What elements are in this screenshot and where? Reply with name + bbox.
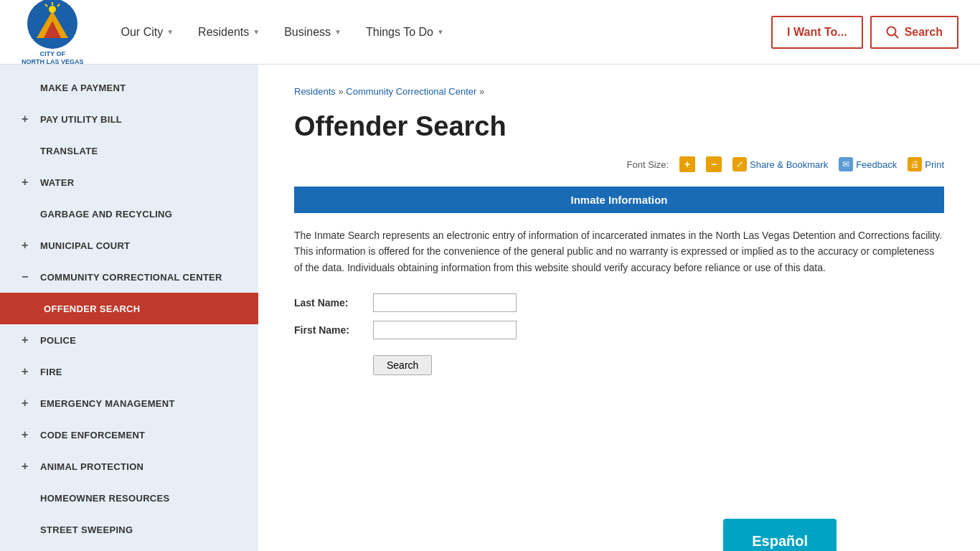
sidebar-prefix: + xyxy=(22,397,32,410)
last-name-input[interactable] xyxy=(373,293,517,312)
print-link[interactable]: 🖨 Print xyxy=(908,157,944,171)
breadcrumb-residents[interactable]: Residents xyxy=(294,86,336,97)
sidebar-item-community-correctional[interactable]: − COMMUNITY CORRECTIONAL CENTER xyxy=(0,261,258,293)
sidebar-prefix xyxy=(22,523,32,536)
chevron-down-icon: ▼ xyxy=(437,28,444,36)
header-actions: I Want To... Search xyxy=(771,16,958,49)
search-submit-button[interactable]: Search xyxy=(373,355,432,375)
sidebar-prefix: − xyxy=(22,270,32,283)
sidebar-item-make-payment[interactable]: MAKE A PAYMENT xyxy=(0,72,258,103)
sidebar-prefix xyxy=(22,302,35,315)
sidebar-prefix xyxy=(22,491,32,504)
sidebar-item-homeowner-resources[interactable]: HOMEOWNER RESOURCES xyxy=(0,482,258,514)
search-icon xyxy=(886,26,899,39)
logo-text: CITY OF NORTH LAS VEGAS xyxy=(22,50,84,66)
page-title: Offender Search xyxy=(294,111,944,142)
logo-link[interactable]: CITY OF NORTH LAS VEGAS xyxy=(22,0,84,65)
nav-business[interactable]: Business ▼ xyxy=(275,20,350,44)
sidebar-prefix: + xyxy=(22,176,32,189)
breadcrumb-community-correctional[interactable]: Community Correctional Center xyxy=(346,86,476,97)
sidebar-prefix: + xyxy=(22,334,32,347)
sidebar-item-police[interactable]: + POLICE xyxy=(0,324,258,356)
last-name-label: Last Name: xyxy=(294,297,373,309)
chevron-down-icon: ▼ xyxy=(166,28,174,36)
sidebar-item-code-enforcement[interactable]: + CODE ENFORCEMENT xyxy=(0,419,258,451)
sidebar-prefix xyxy=(22,81,32,94)
inmate-description: The Inmate Search represents an electron… xyxy=(294,227,944,276)
page-body: MAKE A PAYMENT + PAY UTILITY BILL TRANSL… xyxy=(0,65,980,551)
font-decrease-button[interactable]: − xyxy=(706,156,722,172)
i-want-to-button[interactable]: I Want To... xyxy=(771,16,863,49)
main-nav: Our City ▼ Residents ▼ Business ▼ Things… xyxy=(113,20,772,44)
site-header: CITY OF NORTH LAS VEGAS Our City ▼ Resid… xyxy=(0,0,980,65)
sidebar-item-emergency-management[interactable]: + EMERGENCY MANAGEMENT xyxy=(0,387,258,419)
nav-our-city[interactable]: Our City ▼ xyxy=(113,20,183,44)
share-bookmark-link[interactable]: ⤢ Share & Bookmark xyxy=(732,157,828,171)
font-tools: Font Size: + − ⤢ Share & Bookmark ✉ Feed… xyxy=(294,156,944,172)
first-name-row: First Name: xyxy=(294,321,944,339)
sidebar-item-water[interactable]: + WATER xyxy=(0,166,258,198)
logo-circle xyxy=(27,0,77,49)
inmate-section-header: Inmate Information xyxy=(294,187,944,213)
nav-things-to-do[interactable]: Things To Do ▼ xyxy=(357,20,453,44)
first-name-label: First Name: xyxy=(294,324,373,336)
feedback-icon: ✉ xyxy=(839,157,853,171)
search-button[interactable]: Search xyxy=(870,16,958,49)
sidebar-prefix xyxy=(22,144,32,157)
sidebar-prefix: + xyxy=(22,460,32,473)
sidebar-item-garbage[interactable]: GARBAGE AND RECYCLING xyxy=(0,198,258,230)
sidebar-item-municipal-court[interactable]: + MUNICIPAL COURT xyxy=(0,230,258,261)
main-content: Residents » Community Correctional Cente… xyxy=(258,65,980,551)
sidebar-item-street-sweeping[interactable]: STREET SWEEPING xyxy=(0,514,258,545)
sidebar: MAKE A PAYMENT + PAY UTILITY BILL TRANSL… xyxy=(0,65,258,551)
logo-svg xyxy=(29,1,75,47)
sidebar-item-animal-protection[interactable]: + ANIMAL PROTECTION xyxy=(0,451,258,482)
last-name-row: Last Name: xyxy=(294,293,944,312)
sidebar-item-community-services[interactable]: + COMMUNITY SERVICES AND ENGAGEMENT xyxy=(0,545,258,551)
print-icon: 🖨 xyxy=(908,157,922,171)
share-icon: ⤢ xyxy=(732,157,747,171)
breadcrumb: Residents » Community Correctional Cente… xyxy=(294,86,944,97)
nav-residents[interactable]: Residents ▼ xyxy=(189,20,268,44)
sidebar-item-offender-search[interactable]: Offender Search xyxy=(0,293,258,324)
sidebar-prefix xyxy=(22,207,32,220)
sidebar-item-fire[interactable]: + FIRE xyxy=(0,356,258,387)
sidebar-item-pay-utility[interactable]: + PAY UTILITY BILL xyxy=(0,103,258,135)
first-name-input[interactable] xyxy=(373,321,517,339)
sidebar-prefix: + xyxy=(22,113,32,126)
sidebar-prefix: + xyxy=(22,428,32,441)
sidebar-item-translate[interactable]: TRANSLATE xyxy=(0,135,258,166)
chevron-down-icon: ▼ xyxy=(334,28,341,36)
font-increase-button[interactable]: + xyxy=(679,156,695,172)
svg-line-8 xyxy=(895,34,898,38)
font-size-label: Font Size: xyxy=(627,159,669,170)
feedback-link[interactable]: ✉ Feedback xyxy=(839,157,897,171)
svg-point-3 xyxy=(49,6,56,13)
sidebar-prefix: + xyxy=(22,239,32,252)
chevron-down-icon: ▼ xyxy=(253,28,260,36)
espanol-button[interactable]: Español xyxy=(723,519,837,551)
sidebar-prefix: + xyxy=(22,365,32,378)
offender-search-form: Last Name: First Name: Search xyxy=(294,293,944,375)
svg-point-7 xyxy=(887,27,895,35)
